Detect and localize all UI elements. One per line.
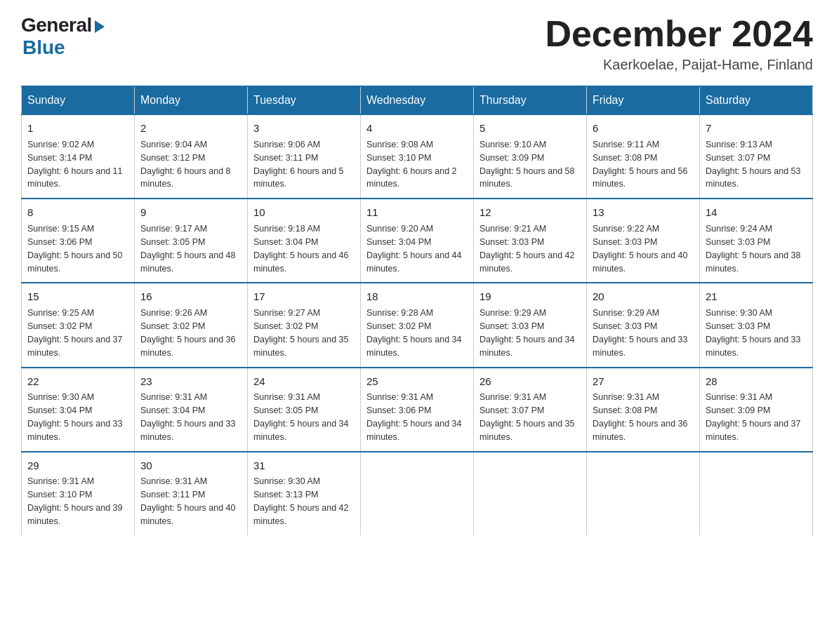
title-block: December 2024 Kaerkoelae, Paijat-Hame, F…	[545, 14, 813, 73]
day-number: 18	[366, 289, 468, 304]
calendar-week-row: 1Sunrise: 9:02 AMSunset: 3:14 PMDaylight…	[22, 114, 813, 199]
calendar-day-cell: 4Sunrise: 9:08 AMSunset: 3:10 PMDaylight…	[361, 114, 474, 199]
day-number: 19	[479, 289, 581, 304]
day-number: 15	[27, 289, 128, 304]
day-number: 20	[593, 289, 694, 304]
calendar-day-cell: 2Sunrise: 9:04 AMSunset: 3:12 PMDaylight…	[135, 114, 248, 199]
calendar-day-cell	[361, 452, 474, 535]
day-info: Sunrise: 9:31 AMSunset: 3:09 PMDaylight:…	[706, 392, 801, 442]
calendar-day-cell: 5Sunrise: 9:10 AMSunset: 3:09 PMDaylight…	[474, 114, 587, 199]
calendar-day-cell: 10Sunrise: 9:18 AMSunset: 3:04 PMDayligh…	[248, 199, 361, 283]
day-number: 28	[706, 374, 807, 389]
day-number: 16	[140, 289, 241, 304]
day-number: 10	[253, 205, 355, 220]
day-number: 6	[593, 121, 694, 136]
day-info: Sunrise: 9:27 AMSunset: 3:02 PMDaylight:…	[253, 308, 349, 358]
day-number: 3	[253, 121, 355, 136]
day-info: Sunrise: 9:26 AMSunset: 3:02 PMDaylight:…	[140, 308, 236, 358]
calendar-day-cell: 27Sunrise: 9:31 AMSunset: 3:08 PMDayligh…	[587, 368, 700, 452]
day-info: Sunrise: 9:31 AMSunset: 3:11 PMDaylight:…	[140, 476, 236, 526]
calendar-day-cell	[474, 452, 587, 535]
day-info: Sunrise: 9:13 AMSunset: 3:07 PMDaylight:…	[706, 140, 801, 189]
month-title: December 2024	[545, 14, 813, 54]
day-info: Sunrise: 9:04 AMSunset: 3:12 PMDaylight:…	[140, 140, 231, 189]
day-info: Sunrise: 9:17 AMSunset: 3:05 PMDaylight:…	[140, 224, 236, 274]
day-info: Sunrise: 9:10 AMSunset: 3:09 PMDaylight:…	[479, 140, 575, 189]
day-number: 1	[27, 121, 128, 136]
calendar-day-cell: 7Sunrise: 9:13 AMSunset: 3:07 PMDaylight…	[700, 114, 813, 199]
day-info: Sunrise: 9:30 AMSunset: 3:13 PMDaylight:…	[253, 476, 349, 526]
calendar-day-cell: 19Sunrise: 9:29 AMSunset: 3:03 PMDayligh…	[474, 283, 587, 367]
calendar-day-cell	[587, 452, 700, 535]
calendar-day-cell: 28Sunrise: 9:31 AMSunset: 3:09 PMDayligh…	[700, 368, 813, 452]
day-info: Sunrise: 9:28 AMSunset: 3:02 PMDaylight:…	[366, 308, 462, 358]
calendar-day-cell: 9Sunrise: 9:17 AMSunset: 3:05 PMDaylight…	[135, 199, 248, 283]
day-number: 2	[140, 121, 241, 136]
calendar-day-header: Wednesday	[361, 86, 474, 114]
day-number: 29	[27, 458, 128, 474]
calendar-day-cell: 24Sunrise: 9:31 AMSunset: 3:05 PMDayligh…	[248, 368, 361, 452]
day-info: Sunrise: 9:22 AMSunset: 3:03 PMDaylight:…	[593, 224, 688, 274]
calendar-week-row: 8Sunrise: 9:15 AMSunset: 3:06 PMDaylight…	[22, 199, 813, 283]
day-info: Sunrise: 9:31 AMSunset: 3:08 PMDaylight:…	[593, 392, 688, 442]
day-number: 26	[479, 374, 581, 389]
day-number: 17	[253, 289, 355, 304]
day-number: 27	[593, 374, 694, 389]
day-number: 9	[140, 205, 241, 220]
calendar-day-cell: 13Sunrise: 9:22 AMSunset: 3:03 PMDayligh…	[587, 199, 700, 283]
calendar-day-header: Thursday	[474, 86, 587, 114]
calendar-day-cell: 20Sunrise: 9:29 AMSunset: 3:03 PMDayligh…	[587, 283, 700, 367]
day-info: Sunrise: 9:31 AMSunset: 3:06 PMDaylight:…	[366, 392, 462, 442]
day-info: Sunrise: 9:25 AMSunset: 3:02 PMDaylight:…	[27, 308, 123, 358]
calendar-day-cell: 11Sunrise: 9:20 AMSunset: 3:04 PMDayligh…	[361, 199, 474, 283]
day-info: Sunrise: 9:30 AMSunset: 3:03 PMDaylight:…	[706, 308, 801, 358]
day-number: 11	[366, 205, 468, 220]
calendar-day-header: Tuesday	[248, 86, 361, 114]
calendar-day-cell: 25Sunrise: 9:31 AMSunset: 3:06 PMDayligh…	[361, 368, 474, 452]
day-info: Sunrise: 9:20 AMSunset: 3:04 PMDaylight:…	[366, 224, 462, 274]
calendar-day-cell: 26Sunrise: 9:31 AMSunset: 3:07 PMDayligh…	[474, 368, 587, 452]
calendar-week-row: 29Sunrise: 9:31 AMSunset: 3:10 PMDayligh…	[22, 452, 813, 535]
day-number: 30	[140, 458, 241, 474]
calendar-day-cell: 6Sunrise: 9:11 AMSunset: 3:08 PMDaylight…	[587, 114, 700, 199]
calendar-day-cell: 18Sunrise: 9:28 AMSunset: 3:02 PMDayligh…	[361, 283, 474, 367]
day-number: 8	[27, 205, 128, 220]
logo-general-text: General	[21, 14, 92, 36]
calendar-day-header: Saturday	[700, 86, 813, 114]
calendar-day-cell: 17Sunrise: 9:27 AMSunset: 3:02 PMDayligh…	[248, 283, 361, 367]
calendar-day-cell: 15Sunrise: 9:25 AMSunset: 3:02 PMDayligh…	[22, 283, 135, 367]
location-title: Kaerkoelae, Paijat-Hame, Finland	[545, 57, 813, 73]
calendar-day-cell: 31Sunrise: 9:30 AMSunset: 3:13 PMDayligh…	[248, 452, 361, 535]
calendar-day-header: Friday	[587, 86, 700, 114]
calendar-week-row: 15Sunrise: 9:25 AMSunset: 3:02 PMDayligh…	[22, 283, 813, 367]
calendar-day-cell	[700, 452, 813, 535]
day-info: Sunrise: 9:08 AMSunset: 3:10 PMDaylight:…	[366, 140, 457, 189]
calendar-day-cell: 30Sunrise: 9:31 AMSunset: 3:11 PMDayligh…	[135, 452, 248, 535]
day-number: 14	[706, 205, 807, 220]
day-info: Sunrise: 9:31 AMSunset: 3:10 PMDaylight:…	[27, 476, 123, 526]
day-number: 24	[253, 374, 355, 389]
day-number: 31	[253, 458, 355, 474]
calendar-day-header: Sunday	[22, 86, 135, 114]
day-number: 21	[706, 289, 807, 304]
calendar-day-header: Monday	[135, 86, 248, 114]
day-number: 23	[140, 374, 241, 389]
calendar-week-row: 22Sunrise: 9:30 AMSunset: 3:04 PMDayligh…	[22, 368, 813, 452]
calendar-day-cell: 29Sunrise: 9:31 AMSunset: 3:10 PMDayligh…	[22, 452, 135, 535]
day-info: Sunrise: 9:29 AMSunset: 3:03 PMDaylight:…	[593, 308, 688, 358]
calendar-day-cell: 23Sunrise: 9:31 AMSunset: 3:04 PMDayligh…	[135, 368, 248, 452]
logo-arrow-icon	[95, 20, 105, 33]
day-number: 5	[479, 121, 581, 136]
calendar-day-cell: 16Sunrise: 9:26 AMSunset: 3:02 PMDayligh…	[135, 283, 248, 367]
day-number: 4	[366, 121, 468, 136]
day-info: Sunrise: 9:31 AMSunset: 3:04 PMDaylight:…	[140, 392, 236, 442]
day-info: Sunrise: 9:21 AMSunset: 3:03 PMDaylight:…	[479, 224, 575, 274]
day-number: 25	[366, 374, 468, 389]
day-info: Sunrise: 9:29 AMSunset: 3:03 PMDaylight:…	[479, 308, 575, 358]
calendar-day-cell: 3Sunrise: 9:06 AMSunset: 3:11 PMDaylight…	[248, 114, 361, 199]
calendar-day-cell: 21Sunrise: 9:30 AMSunset: 3:03 PMDayligh…	[700, 283, 813, 367]
page-header: General Blue December 2024 Kaerkoelae, P…	[21, 14, 813, 73]
calendar-header-row: SundayMondayTuesdayWednesdayThursdayFrid…	[22, 86, 813, 114]
day-number: 13	[593, 205, 694, 220]
calendar-day-cell: 8Sunrise: 9:15 AMSunset: 3:06 PMDaylight…	[22, 199, 135, 283]
